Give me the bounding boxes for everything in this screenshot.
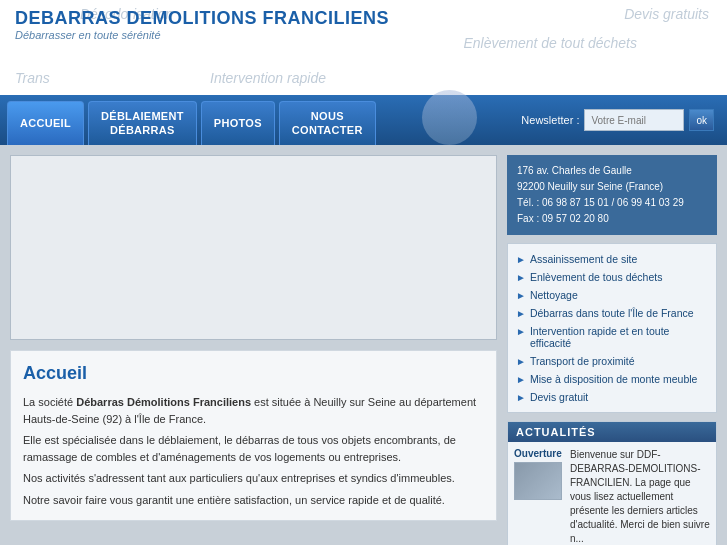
bg-transport: Trans: [15, 70, 50, 86]
service-item-4[interactable]: ► Débarras dans toute l'Île de France: [516, 304, 708, 322]
nav-accueil[interactable]: Accueil: [7, 101, 84, 145]
services-box: ► Assainissement de site ► Enlèvement de…: [507, 243, 717, 413]
newsletter-ok-button[interactable]: ok: [689, 109, 714, 131]
accueil-title: Accueil: [23, 363, 484, 384]
actualites-content: Ouverture Bienvenue sur DDF-DEBARRAS-DEM…: [508, 442, 716, 545]
actualites-box: Actualités Ouverture Bienvenue sur DDF-D…: [507, 421, 717, 545]
image-placeholder: [10, 155, 497, 340]
contact-city: 92200 Neuilly sur Seine (France): [517, 179, 707, 195]
service-label-5: Intervention rapide et en toute efficaci…: [530, 325, 708, 349]
service-item-1[interactable]: ► Assainissement de site: [516, 250, 708, 268]
contact-address: 176 av. Charles de Gaulle: [517, 163, 707, 179]
service-item-5[interactable]: ► Intervention rapide et en toute effica…: [516, 322, 708, 352]
navbar: Accueil Déblaiement Débarras Photos Nous…: [0, 95, 727, 145]
actualites-left: Ouverture: [514, 448, 564, 545]
bg-enlevement: Enlèvement de tout déchets: [463, 35, 637, 51]
arrow-icon-4: ►: [516, 308, 526, 319]
accueil-text: La société Débarras Démolitions Francili…: [23, 394, 484, 508]
actualites-thumbnail: [514, 462, 562, 500]
service-label-3: Nettoyage: [530, 289, 578, 301]
circle-decoration: [422, 90, 477, 145]
service-item-8[interactable]: ► Devis gratuit: [516, 388, 708, 406]
service-item-3[interactable]: ► Nettoyage: [516, 286, 708, 304]
arrow-icon-2: ►: [516, 272, 526, 283]
contact-box: 176 av. Charles de Gaulle 92200 Neuilly …: [507, 155, 717, 235]
service-item-2[interactable]: ► Enlèvement de tous déchets: [516, 268, 708, 286]
service-label-1: Assainissement de site: [530, 253, 637, 265]
service-item-7[interactable]: ► Mise à disposition de monte meuble: [516, 370, 708, 388]
bg-intervention: Intervention rapide: [210, 70, 326, 86]
arrow-icon-1: ►: [516, 254, 526, 265]
nav-photos[interactable]: Photos: [201, 101, 275, 145]
nav-deblaiement[interactable]: Déblaiement Débarras: [88, 101, 197, 145]
arrow-icon-3: ►: [516, 290, 526, 301]
service-label-2: Enlèvement de tous déchets: [530, 271, 663, 283]
actualites-text: Bienvenue sur DDF-DEBARRAS-DEMOLITIONS-F…: [570, 448, 710, 545]
accueil-section: Accueil La société Débarras Démolitions …: [10, 350, 497, 521]
arrow-icon-6: ►: [516, 356, 526, 367]
service-label-4: Débarras dans toute l'Île de France: [530, 307, 694, 319]
arrow-icon-5: ►: [516, 326, 526, 337]
newsletter-area: Newsletter : ok: [521, 109, 722, 131]
main-content: Accueil La société Débarras Démolitions …: [0, 145, 727, 545]
header: Désodorisation Devis gratuits Enlèvement…: [0, 0, 727, 95]
nav-contact[interactable]: Nous Contacter: [279, 101, 376, 145]
newsletter-label: Newsletter :: [521, 114, 579, 126]
service-item-6[interactable]: ► Transport de proximité: [516, 352, 708, 370]
contact-tel: Tél. : 06 98 87 15 01 / 06 99 41 03 29: [517, 195, 707, 211]
logo-area: DEBARRAS DEMOLITIONS FRANCILIENS Débarra…: [15, 8, 389, 41]
actualites-header: Actualités: [508, 422, 716, 442]
service-label-6: Transport de proximité: [530, 355, 635, 367]
newsletter-input[interactable]: [584, 109, 684, 131]
logo-main: DEBARRAS DEMOLITIONS FRANCILIENS: [15, 8, 389, 29]
contact-fax: Fax : 09 57 02 20 80: [517, 211, 707, 227]
ouverture-label[interactable]: Ouverture: [514, 448, 564, 459]
service-label-8: Devis gratuit: [530, 391, 588, 403]
bg-devis-gratuits: Devis gratuits: [624, 6, 709, 22]
right-column: 176 av. Charles de Gaulle 92200 Neuilly …: [507, 155, 717, 545]
left-column: Accueil La société Débarras Démolitions …: [10, 155, 497, 545]
service-label-7: Mise à disposition de monte meuble: [530, 373, 698, 385]
arrow-icon-8: ►: [516, 392, 526, 403]
arrow-icon-7: ►: [516, 374, 526, 385]
logo-sub: Débarrasser en toute sérénité: [15, 29, 389, 41]
